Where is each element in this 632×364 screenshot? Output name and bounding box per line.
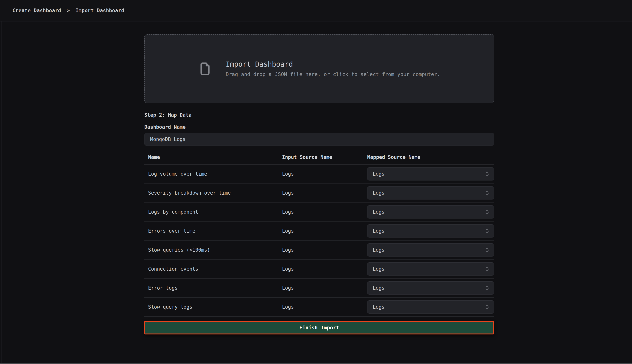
- mapped-source-select[interactable]: Logs: [367, 167, 494, 180]
- row-input-source: Logs: [282, 209, 367, 215]
- dashboard-name-label: Dashboard Name: [144, 124, 494, 130]
- row-input-source: Logs: [282, 171, 367, 177]
- row-name: Logs by component: [144, 209, 282, 215]
- table-row: Log volume over time Logs Logs: [144, 164, 494, 184]
- row-input-source: Logs: [282, 266, 367, 272]
- dropzone-subtitle: Drag and drop a JSON file here, or click…: [226, 71, 440, 77]
- breadcrumb-import-dashboard: Import Dashboard: [76, 8, 124, 13]
- row-name: Log volume over time: [144, 171, 282, 177]
- mapped-source-value: Logs: [373, 285, 385, 291]
- breadcrumb-separator: >: [67, 8, 70, 13]
- column-header-input-source: Input Source Name: [282, 154, 367, 160]
- breadcrumb: Create Dashboard > Import Dashboard: [13, 8, 124, 13]
- row-input-source: Logs: [282, 228, 367, 234]
- row-input-source: Logs: [282, 285, 367, 291]
- table-row: Slow queries (>100ms) Logs Logs: [144, 240, 494, 260]
- mapped-source-value: Logs: [373, 247, 385, 253]
- mapped-source-value: Logs: [373, 209, 385, 215]
- table-row: Severity breakdown over time Logs Logs: [144, 184, 494, 202]
- chevrons-up-down-icon: [484, 190, 490, 196]
- chevrons-up-down-icon: [484, 171, 490, 177]
- json-file-dropzone[interactable]: Import Dashboard Drag and drop a JSON fi…: [144, 34, 494, 103]
- mapping-table-header: Name Input Source Name Mapped Source Nam…: [144, 146, 494, 164]
- row-name: Error logs: [144, 285, 282, 291]
- file-icon: [198, 60, 212, 77]
- left-edge-divider: [1, 22, 2, 363]
- mapped-source-value: Logs: [373, 266, 385, 272]
- breadcrumb-create-dashboard[interactable]: Create Dashboard: [13, 8, 61, 13]
- column-header-name: Name: [144, 154, 282, 160]
- row-input-source: Logs: [282, 304, 367, 310]
- chevrons-up-down-icon: [484, 247, 490, 253]
- table-row: Error logs Logs Logs: [144, 278, 494, 298]
- dashboard-name-input[interactable]: [144, 133, 494, 146]
- mapped-source-value: Logs: [373, 304, 385, 310]
- mapped-source-value: Logs: [373, 228, 385, 234]
- mapped-source-select[interactable]: Logs: [367, 243, 494, 256]
- mapped-source-select[interactable]: Logs: [367, 300, 494, 314]
- row-input-source: Logs: [282, 247, 367, 253]
- mapped-source-select[interactable]: Logs: [367, 282, 494, 294]
- bottom-edge-bar: [0, 363, 632, 364]
- step-heading: Step 2: Map Data: [144, 112, 494, 118]
- chevrons-up-down-icon: [484, 228, 490, 234]
- row-name: Connection events: [144, 266, 282, 272]
- mapped-source-value: Logs: [373, 171, 385, 177]
- mapped-source-select[interactable]: Logs: [367, 262, 494, 276]
- chevrons-up-down-icon: [484, 209, 490, 215]
- chevrons-up-down-icon: [484, 304, 490, 310]
- chevrons-up-down-icon: [484, 266, 490, 272]
- row-name: Errors over time: [144, 228, 282, 234]
- mapped-source-select[interactable]: Logs: [367, 224, 494, 238]
- table-row: Slow query logs Logs Logs: [144, 298, 494, 316]
- row-name: Severity breakdown over time: [144, 190, 282, 196]
- column-header-mapped-source: Mapped Source Name: [367, 154, 494, 160]
- mapped-source-select[interactable]: Logs: [367, 186, 494, 200]
- row-name: Slow queries (>100ms): [144, 247, 282, 253]
- table-row: Connection events Logs Logs: [144, 260, 494, 278]
- import-dashboard-page: Import Dashboard Drag and drop a JSON fi…: [144, 34, 494, 334]
- chevrons-up-down-icon: [484, 285, 490, 291]
- top-bar: Create Dashboard > Import Dashboard: [0, 0, 632, 22]
- table-row: Errors over time Logs Logs: [144, 222, 494, 240]
- mapped-source-value: Logs: [373, 190, 385, 196]
- table-row: Logs by component Logs Logs: [144, 202, 494, 222]
- dropzone-text: Import Dashboard Drag and drop a JSON fi…: [226, 60, 440, 77]
- mapped-source-select[interactable]: Logs: [367, 205, 494, 218]
- finish-import-button[interactable]: Finish Import: [144, 321, 494, 334]
- row-name: Slow query logs: [144, 304, 282, 310]
- dropzone-title: Import Dashboard: [226, 60, 440, 68]
- row-input-source: Logs: [282, 190, 367, 196]
